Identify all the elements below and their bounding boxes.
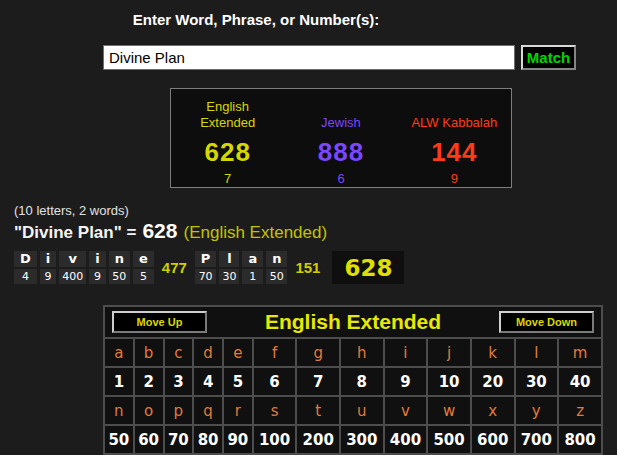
letter-breakdown: D 4 i 9 v 400 i 9 n 50 e 5 477 P 70 l xyxy=(14,251,404,284)
value-cell: 50 xyxy=(105,426,133,453)
value-cell: 700 xyxy=(516,426,558,453)
letter-cell: a 1 xyxy=(242,251,263,284)
move-down-button[interactable]: Move Down xyxy=(499,311,594,333)
move-up-button[interactable]: Move Up xyxy=(112,311,207,333)
phrase-total: 628 xyxy=(332,251,404,284)
letter-cell: a xyxy=(105,339,133,366)
letter-cell: h xyxy=(341,339,383,366)
value-cell: 400 xyxy=(385,426,427,453)
letter-cell: n xyxy=(105,397,133,424)
value-cell: 40 xyxy=(559,368,601,395)
letter-cell: u xyxy=(341,397,383,424)
table-row-letters: n o p q r s t u v w x y z xyxy=(105,397,601,424)
equation-system-note: (English Extended) xyxy=(183,223,327,243)
value-cell: 2 xyxy=(135,368,163,395)
equation-phrase: "Divine Plan" = xyxy=(14,223,136,243)
value-cell: 90 xyxy=(224,426,252,453)
letter-cell: n 50 xyxy=(266,251,287,284)
letter-cell: w xyxy=(428,397,470,424)
letter-cell: v xyxy=(385,397,427,424)
letter-cell: m xyxy=(559,339,601,366)
table-row-values: 1 2 3 4 5 6 7 8 9 10 20 30 40 xyxy=(105,368,601,395)
cipher-name-label: English Extended xyxy=(188,98,268,131)
letter-cell: q xyxy=(194,397,222,424)
cipher-table-title: English Extended xyxy=(265,310,441,334)
gematria-calculator-page: Enter Word, Phrase, or Number(s): Match … xyxy=(0,0,617,455)
letter-cell: l xyxy=(516,339,558,366)
value-cell: 4 xyxy=(194,368,222,395)
cipher-value-link[interactable]: 144 xyxy=(431,137,477,168)
results-summary-box: English Extended 628 7 Jewish 888 6 ALW … xyxy=(170,88,512,188)
value-cell: 500 xyxy=(428,426,470,453)
reduced-value: 6 xyxy=(337,171,344,186)
reduced-value: 7 xyxy=(224,171,231,186)
letter-cell: i xyxy=(385,339,427,366)
word-sum: 151 xyxy=(295,259,320,276)
table-row-letters: a b c d e f g h i j k l m xyxy=(105,339,601,366)
letter-cell: x xyxy=(472,397,514,424)
value-cell: 10 xyxy=(428,368,470,395)
cipher-value-link[interactable]: 888 xyxy=(318,137,364,168)
value-cell: 80 xyxy=(194,426,222,453)
letter-cell: z xyxy=(559,397,601,424)
result-column-english-extended: English Extended 628 7 xyxy=(171,89,284,187)
phrase-equation: "Divine Plan" = 628 (English Extended) xyxy=(14,219,327,243)
value-cell: 1 xyxy=(105,368,133,395)
letter-cell: t xyxy=(297,397,339,424)
value-cell: 20 xyxy=(472,368,514,395)
value-cell: 800 xyxy=(559,426,601,453)
letter-cell: j xyxy=(428,339,470,366)
letter-cell: c xyxy=(165,339,193,366)
cipher-table: Move Up English Extended Move Down a b c… xyxy=(103,305,603,455)
page-title: Enter Word, Phrase, or Number(s): xyxy=(0,11,512,28)
cipher-name-label: Jewish xyxy=(321,98,361,131)
letter-cell: D 4 xyxy=(14,251,37,284)
match-button[interactable]: Match xyxy=(521,45,576,70)
value-cell: 6 xyxy=(254,368,296,395)
letter-cell: r xyxy=(224,397,252,424)
table-row-values: 50 60 70 80 90 100 200 300 400 500 600 7… xyxy=(105,426,601,453)
result-column-alw-kabbalah: ALW Kabbalah 144 9 xyxy=(398,89,511,187)
result-column-jewish: Jewish 888 6 xyxy=(284,89,397,187)
letter-cell: e 5 xyxy=(133,251,154,284)
letter-cell: i 9 xyxy=(89,251,105,284)
value-cell: 5 xyxy=(224,368,252,395)
letter-cell: i 9 xyxy=(40,251,56,284)
value-cell: 200 xyxy=(297,426,339,453)
letters-words-note: (10 letters, 2 words) xyxy=(14,203,129,218)
letter-cell: d xyxy=(194,339,222,366)
letter-cell: e xyxy=(224,339,252,366)
letter-cell: P 70 xyxy=(195,251,217,284)
letter-cell: k xyxy=(472,339,514,366)
reduced-value: 9 xyxy=(451,171,458,186)
value-cell: 70 xyxy=(165,426,193,453)
value-cell: 9 xyxy=(385,368,427,395)
value-cell: 60 xyxy=(135,426,163,453)
letter-cell: f xyxy=(254,339,296,366)
value-cell: 30 xyxy=(516,368,558,395)
value-cell: 7 xyxy=(297,368,339,395)
letter-cell: o xyxy=(135,397,163,424)
value-cell: 300 xyxy=(341,426,383,453)
letter-cell: y xyxy=(516,397,558,424)
value-cell: 600 xyxy=(472,426,514,453)
cipher-name-label: ALW Kabbalah xyxy=(411,98,497,131)
letter-cell: g xyxy=(297,339,339,366)
value-cell: 8 xyxy=(341,368,383,395)
letter-cell: l 30 xyxy=(219,251,239,284)
letter-cell: p xyxy=(165,397,193,424)
letter-cell: s xyxy=(254,397,296,424)
equation-total: 628 xyxy=(142,219,177,243)
letter-cell: n 50 xyxy=(109,251,130,284)
value-cell: 3 xyxy=(165,368,193,395)
cipher-value-link[interactable]: 628 xyxy=(204,137,250,168)
letter-cell: v 400 xyxy=(59,251,86,284)
word-sum: 477 xyxy=(162,259,187,276)
letter-cell: b xyxy=(135,339,163,366)
phrase-input[interactable] xyxy=(103,45,515,70)
value-cell: 100 xyxy=(254,426,296,453)
